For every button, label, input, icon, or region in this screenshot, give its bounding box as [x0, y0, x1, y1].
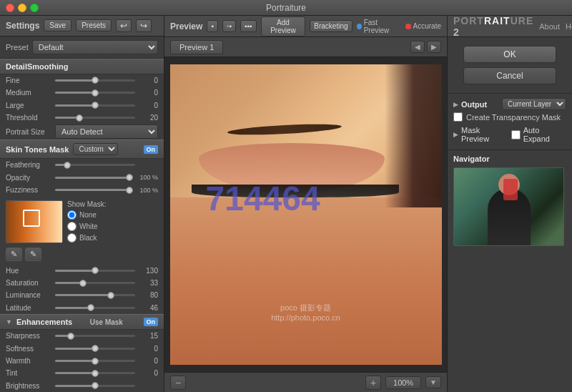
create-transparency-label[interactable]: Create Transparency Mask — [466, 113, 561, 122]
preview-multi-icon[interactable]: ▪▪▪ — [240, 20, 257, 32]
none-radio-row[interactable]: None — [67, 210, 106, 220]
brightness-label: Brightness — [6, 382, 52, 390]
fine-label: Fine — [6, 77, 52, 84]
latitude-slider-row: Latitude 46 — [0, 302, 164, 314]
left-panel: Settings Save Presets ↩ ↪ Preset Default… — [0, 16, 164, 392]
enhancements-on-badge[interactable]: On — [144, 318, 159, 326]
auto-expand-checkbox[interactable] — [511, 130, 521, 139]
fuzziness-track[interactable] — [55, 189, 129, 191]
enhancements-triangle[interactable]: ▼ — [6, 318, 12, 325]
middle-panel: Preview ▪ ▫▪ ▪▪▪ Add Preview Bracketing … — [164, 16, 447, 392]
accurate-label[interactable]: Accurate — [413, 22, 441, 30]
ok-button[interactable]: OK — [463, 46, 556, 63]
add-preview-button[interactable]: Add Preview — [261, 16, 306, 36]
none-radio[interactable] — [67, 210, 77, 220]
about-link[interactable]: About — [539, 22, 560, 31]
black-radio[interactable] — [67, 233, 77, 242]
tint-track[interactable] — [55, 372, 135, 374]
zoom-out-button[interactable]: − — [170, 376, 186, 390]
skin-on-badge[interactable]: On — [144, 145, 159, 154]
settings-label: Settings — [6, 21, 39, 31]
show-mask-label: Show Mask: — [67, 200, 106, 208]
right-toolbar: PORTRAITURE 2 About Help — [448, 16, 572, 37]
next-arrow[interactable]: ▶ — [427, 41, 441, 53]
preview-label: Preview — [170, 21, 202, 31]
latitude-track[interactable] — [55, 307, 135, 309]
saturation-track[interactable] — [55, 282, 135, 284]
prev-arrow[interactable]: ◀ — [410, 41, 425, 53]
preview-single-icon[interactable]: ▪ — [207, 20, 218, 32]
output-triangle[interactable]: ▶ — [453, 101, 458, 108]
undo-button[interactable]: ↩ — [116, 19, 132, 32]
hue-track[interactable] — [55, 270, 135, 272]
zoom-dropdown-button[interactable]: ▼ — [425, 376, 441, 388]
luminance-track[interactable] — [55, 294, 135, 296]
presets-button[interactable]: Presets — [76, 19, 112, 31]
medium-track[interactable] — [55, 92, 135, 94]
close-button[interactable] — [6, 4, 14, 12]
bracketing-button[interactable]: Bracketing — [310, 20, 352, 32]
opacity-value: 100 % — [132, 174, 158, 181]
zoom-in-button[interactable]: + — [365, 376, 381, 390]
threshold-track[interactable] — [55, 117, 135, 119]
preview-split-icon[interactable]: ▫▪ — [222, 20, 236, 32]
preview-bottom-bar: − + 100% ▼ — [164, 372, 447, 392]
preview-watermark: poco 摄影专题 http://photo.poco.cn — [271, 303, 340, 322]
preview-tab-1[interactable]: Preview 1 — [170, 40, 223, 54]
sharpness-value: 15 — [138, 332, 158, 340]
maximize-button[interactable] — [30, 4, 39, 12]
tint-label: Tint — [6, 369, 52, 377]
show-mask-area: Show Mask: None White Black — [67, 200, 106, 242]
skin-custom-select[interactable]: Custom — [73, 143, 118, 155]
preset-select[interactable]: Default — [32, 40, 158, 54]
preview-tabs: Preview 1 ◀ ▶ — [164, 37, 447, 57]
redo-button[interactable]: ↪ — [136, 19, 152, 32]
fast-preview-label[interactable]: Fast Preview — [364, 19, 401, 34]
sharpness-track[interactable] — [55, 335, 135, 337]
hair — [385, 64, 442, 207]
save-button[interactable]: Save — [44, 19, 72, 31]
opacity-slider-row: Opacity 100 % — [0, 172, 164, 184]
white-radio-row[interactable]: White — [67, 222, 106, 231]
help-link[interactable]: Help — [566, 22, 572, 31]
watermark-line1: poco 摄影专题 — [271, 303, 340, 313]
black-radio-row[interactable]: Black — [67, 233, 106, 242]
latitude-value: 46 — [138, 304, 158, 312]
softness-track[interactable] — [55, 348, 135, 350]
hue-label: Hue — [6, 267, 52, 275]
zoom-value[interactable]: 100% — [385, 376, 421, 389]
app-title: Portraiture — [266, 3, 306, 13]
luminance-value: 80 — [138, 291, 158, 299]
none-label: None — [79, 211, 97, 219]
detail-smoothing-header: DetailSmoothing — [0, 59, 164, 74]
fast-preview-dot — [357, 24, 362, 29]
portrait-size-select[interactable]: Auto Detect — [55, 124, 158, 139]
minimize-button[interactable] — [18, 4, 26, 12]
create-transparency-checkbox[interactable] — [453, 112, 463, 122]
navigator-section: Navigator — [448, 150, 572, 250]
eyedropper-subtract-button[interactable]: ✎ — [25, 248, 41, 261]
feathering-track[interactable] — [55, 164, 135, 166]
white-radio[interactable] — [67, 222, 77, 231]
face-image: 714464 poco 摄影专题 http://photo.poco.cn — [170, 64, 442, 365]
warmth-track[interactable] — [55, 360, 135, 362]
auto-expand-label[interactable]: Auto Expand — [523, 126, 566, 143]
preview-image-area[interactable]: 714464 poco 摄影专题 http://photo.poco.cn — [164, 57, 447, 372]
opacity-track[interactable] — [55, 177, 129, 179]
mask-preview-triangle[interactable]: ▶ — [453, 131, 458, 138]
warmth-slider-row: Warmth 0 — [0, 355, 164, 367]
color-gradient[interactable] — [6, 200, 63, 243]
opacity-label: Opacity — [6, 174, 52, 182]
warmth-label: Warmth — [6, 357, 52, 365]
brightness-track[interactable] — [55, 385, 135, 387]
eyedropper-add-button[interactable]: ✎ — [6, 248, 22, 261]
current-layer-select[interactable]: Current Layer — [502, 98, 566, 110]
large-label: Large — [6, 102, 52, 109]
mask-preview-label: Mask Preview — [461, 126, 508, 143]
navigator-thumbnail[interactable] — [453, 167, 564, 246]
fine-track[interactable] — [55, 79, 135, 82]
cancel-button[interactable]: Cancel — [463, 67, 556, 84]
preview-code-text: 714464 — [206, 179, 320, 218]
large-track[interactable] — [55, 104, 135, 107]
preview-nav: ◀ ▶ — [410, 41, 441, 53]
